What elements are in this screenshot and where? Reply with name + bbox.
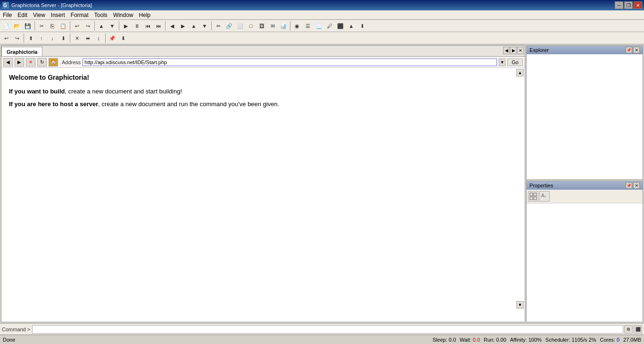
svg-rect-4 [530, 197, 533, 200]
tb2-redo[interactable]: ↪ [12, 33, 22, 43]
tb-triangle[interactable]: ▲ [346, 21, 356, 31]
go-button[interactable]: Go [507, 59, 523, 66]
status-affinity: Affinity: 100% [510, 337, 542, 343]
menu-view[interactable]: View [30, 10, 48, 19]
status-done: Done [3, 337, 15, 343]
explorer-title: Explorer [529, 47, 549, 53]
explorer-pin-button[interactable]: 📌 [626, 47, 632, 53]
tb-link[interactable]: 🔗 [224, 21, 234, 31]
sep5 [165, 21, 165, 31]
menu-tools[interactable]: Tools [91, 10, 110, 19]
tb-doc[interactable]: 📃 [314, 21, 324, 31]
command-expand-button[interactable]: ⬛ [634, 325, 642, 334]
command-input[interactable] [32, 325, 623, 334]
tb-next[interactable]: ⏭ [153, 21, 164, 31]
tb-save[interactable]: 💾 [23, 21, 33, 31]
tb-img[interactable]: 🖼 [256, 21, 267, 31]
toolbar-1: 📄 📂 💾 ✂ ⎘ 📋 ↩ ↪ ▲ ▼ ▶ ⏸ ⏮ ⏭ ◀ ▶ ▲ ▼ ✏ 🔗 … [0, 20, 644, 32]
explorer-close-button[interactable]: ✕ [633, 47, 640, 53]
tb2-top[interactable]: ⬆ [25, 33, 36, 43]
tb-cut[interactable]: ✂ [36, 21, 47, 31]
refresh-button[interactable]: ↻ [37, 58, 47, 67]
tb2-bottom[interactable]: ⬇ [58, 33, 68, 43]
tb2-pin[interactable]: 📌 [107, 33, 117, 43]
tb2-h[interactable]: ⬌ [83, 33, 93, 43]
menu-help[interactable]: Help [136, 10, 154, 19]
minimize-button[interactable]: ─ [615, 1, 623, 9]
tb2-undo[interactable]: ↩ [1, 33, 11, 43]
menu-edit[interactable]: Edit [15, 10, 30, 19]
tb-mail[interactable]: ✉ [267, 21, 278, 31]
back-button[interactable]: ◀ [3, 58, 13, 67]
tb-open[interactable]: 📂 [12, 21, 22, 31]
menu-window[interactable]: Window [110, 10, 136, 19]
paragraph-2: If you are here to host a server, create… [9, 100, 517, 109]
tb-nav-up[interactable]: ▲ [189, 21, 199, 31]
tab-nav: ◀ ▶ ✕ [503, 47, 524, 54]
tb-redo[interactable]: ↪ [83, 21, 93, 31]
tb-play[interactable]: ▶ [121, 21, 131, 31]
properties-close-button[interactable]: ✕ [633, 182, 640, 189]
scroll-up-button[interactable]: ▲ [516, 69, 524, 76]
menu-file[interactable]: File [0, 10, 15, 19]
tb-box2[interactable]: □ [246, 21, 256, 31]
sep3 [94, 21, 95, 31]
properties-header-buttons: 📌 ✕ [626, 182, 640, 189]
tb-pencil[interactable]: ✏ [213, 21, 223, 31]
page-title: Welcome to Graphictoria! [9, 74, 517, 81]
toolbar-2: ↩ ↪ ⬆ ↑ ↓ ⬇ ✕ ⬌ ↕ 📌 ⬇ [0, 32, 644, 44]
close-button[interactable]: ✕ [634, 1, 642, 9]
restore-button[interactable]: ❐ [624, 1, 633, 9]
address-dropdown[interactable]: ▼ [499, 59, 505, 66]
status-bar: Done Sleep: 0.0 Wait: 0.0 Run: 0.00 Affi… [0, 335, 644, 344]
tb-expand[interactable]: ⬇ [357, 21, 367, 31]
home-button[interactable]: 🏠 [49, 58, 58, 67]
sep10 [105, 34, 106, 43]
props-grid-button[interactable] [528, 191, 538, 201]
tab-close[interactable]: ✕ [517, 47, 524, 54]
scroll-down-button[interactable]: ▼ [516, 301, 524, 309]
forward-button[interactable]: ▶ [15, 58, 24, 67]
tab-graphictoria[interactable]: Graphictoria [1, 47, 42, 56]
menu-bar: File Edit View Insert Format Tools Windo… [0, 10, 644, 20]
tb2-v[interactable]: ↕ [93, 33, 104, 43]
tb-pen[interactable]: 🖊 [324, 21, 335, 31]
stop-button[interactable]: ✕ [26, 58, 35, 67]
properties-body [527, 203, 643, 322]
tb-nav-right[interactable]: ▶ [178, 21, 188, 31]
menu-insert[interactable]: Insert [48, 10, 68, 19]
menu-format[interactable]: Format [68, 10, 91, 19]
tb-prev[interactable]: ⏮ [142, 21, 153, 31]
address-bar: ◀ ▶ ✕ ↻ 🏠 Address ▼ Go [1, 57, 525, 68]
svg-text:↓: ↓ [544, 193, 546, 198]
tb-chart[interactable]: 📊 [278, 21, 289, 31]
tb-paste[interactable]: 📋 [58, 21, 68, 31]
tb2-up2[interactable]: ↑ [36, 33, 47, 43]
tb2-dropdown[interactable]: ⬇ [118, 33, 128, 43]
command-label: Command > [2, 327, 30, 332]
tb-fill[interactable]: ⬛ [335, 21, 346, 31]
svg-rect-5 [534, 197, 537, 200]
tb2-x[interactable]: ✕ [72, 33, 82, 43]
tb-nav-left[interactable]: ◀ [167, 21, 177, 31]
command-settings-button[interactable]: ⚙ [624, 325, 633, 334]
tab-scroll-right[interactable]: ▶ [510, 47, 517, 54]
address-input[interactable] [83, 59, 497, 66]
tb-list[interactable]: ☰ [303, 21, 313, 31]
tb-circle[interactable]: ◉ [292, 21, 302, 31]
tb-dropdown[interactable]: ▼ [107, 21, 117, 31]
sep6 [211, 21, 212, 31]
tab-scroll-left[interactable]: ◀ [503, 47, 510, 54]
tb-new[interactable]: 📄 [1, 21, 11, 31]
tb-up[interactable]: ▲ [96, 21, 107, 31]
tb-nav-down[interactable]: ▼ [199, 21, 210, 31]
tb-box1[interactable]: ⬜ [235, 21, 245, 31]
tb2-down2[interactable]: ↓ [47, 33, 58, 43]
tb-copy[interactable]: ⎘ [47, 21, 58, 31]
tb-pause[interactable]: ⏸ [132, 21, 142, 31]
props-sort-button[interactable]: A ↓ [539, 191, 550, 201]
para1-bold: If you want to build [9, 88, 65, 95]
properties-pin-button[interactable]: 📌 [626, 182, 632, 189]
tb-undo[interactable]: ↩ [72, 21, 82, 31]
status-wait: Wait: 0.0 [460, 337, 480, 343]
